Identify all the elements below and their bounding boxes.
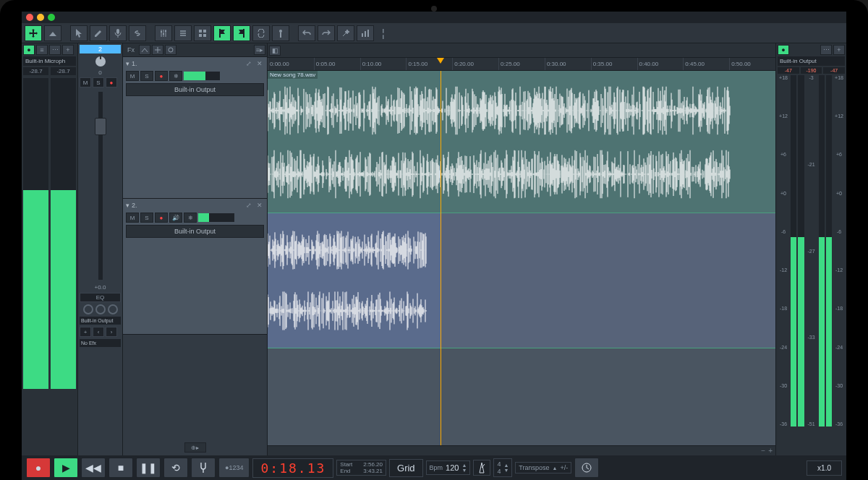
output-add-button[interactable]: +: [80, 327, 91, 337]
time-display[interactable]: 0:18.13: [252, 458, 333, 478]
move-tool-button[interactable]: [25, 25, 42, 41]
metronome-button[interactable]: [473, 460, 490, 476]
pan-knob[interactable]: [95, 56, 106, 67]
grid-button[interactable]: [194, 25, 211, 41]
input-menu-button[interactable]: ≡: [36, 45, 48, 55]
close-icon[interactable]: [26, 14, 33, 21]
play-button[interactable]: ▶: [54, 458, 78, 478]
channel-rec-button[interactable]: ●: [106, 77, 117, 87]
track-1-freeze-button[interactable]: ❄: [169, 71, 182, 81]
output-meter-panel: ● ⋯ + Built-in Output -47 -190 -47 +18+1…: [775, 43, 846, 455]
track-1-mute-button[interactable]: M: [126, 71, 139, 81]
track-2-lane[interactable]: [268, 213, 775, 348]
pencil-tool-button[interactable]: [90, 25, 107, 41]
track-1-output[interactable]: Built-in Output: [126, 83, 264, 96]
channel-mute-button[interactable]: M: [80, 77, 91, 87]
track-2-output[interactable]: Built-in Output: [126, 225, 264, 238]
timeline-area[interactable]: ◧ 0:00.00 0:05.00 0:10.00 0:15.00 0:20.0…: [268, 43, 775, 455]
output-opts-button[interactable]: ⋯: [820, 45, 832, 55]
fx-slot-label[interactable]: No Efx: [80, 339, 121, 347]
tl-snap-button[interactable]: ◧: [269, 46, 281, 56]
input-opts-button[interactable]: ⋯: [49, 45, 61, 55]
playhead-line[interactable]: [441, 71, 441, 445]
output-device-label[interactable]: Built-in Output: [778, 56, 845, 66]
playhead-marker-icon[interactable]: [437, 58, 444, 65]
eq-high-knob[interactable]: [108, 304, 118, 314]
track-1-solo-button[interactable]: S: [140, 71, 153, 81]
fader-thumb[interactable]: [95, 118, 106, 135]
zoom-in-icon[interactable]: +: [768, 447, 773, 455]
track-1-header[interactable]: ▾ 1. ⤢ ✕ M S ● ❄ Built-in Output: [123, 57, 267, 199]
track-2-freeze-button[interactable]: ❄: [184, 213, 197, 223]
output-prev-button[interactable]: ‹: [93, 327, 104, 337]
th-menu-button[interactable]: ≡▸: [254, 45, 265, 55]
th-tool-2[interactable]: [152, 45, 163, 55]
undo-button[interactable]: [298, 25, 315, 41]
track-close-icon[interactable]: ✕: [255, 59, 264, 68]
mixer-button[interactable]: [155, 25, 172, 41]
eq-low-knob[interactable]: [83, 304, 93, 314]
collapse-icon[interactable]: ▾: [126, 202, 129, 209]
eq-button[interactable]: EQ: [80, 293, 121, 302]
stop-button[interactable]: ■: [109, 458, 133, 478]
track-1-rec-button[interactable]: ●: [155, 71, 168, 81]
collapse-icon[interactable]: ▾: [126, 60, 129, 67]
transpose-control[interactable]: Transpose ▲ +/-: [515, 462, 571, 473]
track-2-monitor-button[interactable]: 🔊: [169, 213, 182, 223]
bpm-control[interactable]: Bpm120 ▲▼: [426, 460, 471, 475]
track-2-clip[interactable]: [268, 213, 441, 348]
clock-button[interactable]: [574, 458, 599, 478]
redo-button[interactable]: [318, 25, 335, 41]
counter-mode-button[interactable]: ● 1234: [218, 458, 250, 478]
zoom-tool-button[interactable]: [44, 25, 61, 41]
rewind-button[interactable]: ◀◀: [81, 458, 106, 478]
wand-button[interactable]: [337, 25, 354, 41]
list-button[interactable]: [174, 25, 192, 41]
zoom-icon[interactable]: [48, 14, 55, 21]
add-track-button[interactable]: ⊕▸: [184, 442, 206, 453]
track-expand-icon[interactable]: ⤢: [244, 59, 253, 68]
output-enable-button[interactable]: ●: [778, 45, 789, 55]
track-2-solo-button[interactable]: S: [140, 213, 153, 223]
loop-button[interactable]: [252, 25, 270, 41]
track-1-lane[interactable]: New song 78.wav: [268, 71, 775, 213]
minimize-icon[interactable]: [37, 14, 44, 21]
bpm-stepper[interactable]: ▲▼: [461, 463, 467, 473]
mic-tool-button[interactable]: [109, 25, 127, 41]
speed-display[interactable]: x1.0: [807, 460, 842, 476]
record-button[interactable]: ●: [26, 458, 51, 478]
eq-mid-knob[interactable]: [95, 304, 106, 314]
input-device-label[interactable]: Built-in Microph: [23, 56, 76, 66]
channel-output-label[interactable]: Built-in Output: [80, 317, 121, 325]
link-tool-button[interactable]: [129, 25, 146, 41]
input-add-button[interactable]: +: [62, 45, 74, 55]
channel-number[interactable]: 2: [80, 45, 121, 53]
th-tool-1[interactable]: [139, 45, 150, 55]
track-2-header[interactable]: ▾ 2. ⤢ ✕ M S ● 🔊 ❄ Built-in Output: [123, 199, 267, 335]
timesig-stepper[interactable]: ▲▼: [503, 463, 509, 473]
loop-toggle-button[interactable]: ⟲: [163, 458, 188, 478]
output-next-button[interactable]: ›: [106, 327, 117, 337]
channel-solo-button[interactable]: S: [93, 77, 104, 87]
track-2-mute-button[interactable]: M: [126, 213, 139, 223]
track-2-rec-button[interactable]: ●: [155, 213, 168, 223]
pause-button[interactable]: ❚❚: [136, 458, 161, 478]
marker-a-button[interactable]: [213, 25, 231, 41]
chart-button[interactable]: [357, 25, 374, 41]
pointer-tool-button[interactable]: [70, 25, 88, 41]
fx-label[interactable]: Fx: [124, 46, 137, 53]
track-close-icon[interactable]: ✕: [255, 201, 264, 210]
volume-fader[interactable]: [98, 92, 103, 280]
timesig-control[interactable]: 44 ▲▼: [493, 458, 512, 477]
th-tool-3[interactable]: [165, 45, 176, 55]
range-display[interactable]: Start2:56.20 End3:43.21: [336, 460, 386, 476]
marker-b-button[interactable]: [233, 25, 250, 41]
zoom-out-icon[interactable]: −: [761, 447, 765, 455]
grid-mode-button[interactable]: Grid: [389, 459, 423, 477]
track-expand-icon[interactable]: ⤢: [244, 201, 253, 210]
output-add-button[interactable]: +: [833, 45, 845, 55]
time-ruler[interactable]: 0:00.00 0:05.00 0:10.00 0:15.00 0:20.00 …: [268, 58, 775, 71]
flag-button[interactable]: [272, 25, 289, 41]
tuning-fork-button[interactable]: [191, 458, 216, 478]
input-enable-button[interactable]: ●: [23, 45, 35, 55]
